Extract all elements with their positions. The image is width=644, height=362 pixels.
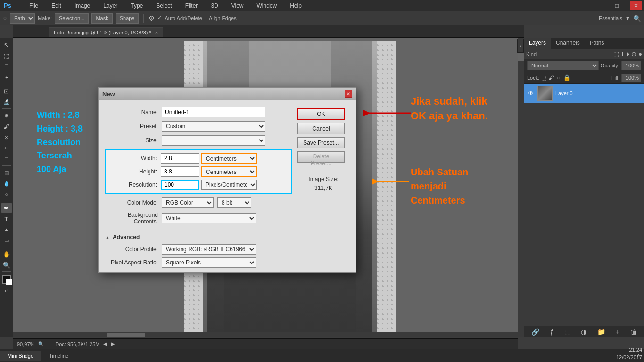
path-select-tool[interactable]: ▲ xyxy=(1,224,12,235)
close-btn[interactable]: ✕ xyxy=(630,1,642,10)
fill-input[interactable] xyxy=(621,74,641,82)
bottom-tab-timeline[interactable]: Timeline xyxy=(41,351,76,361)
type-tool[interactable]: T xyxy=(1,214,12,224)
history-brush-tool[interactable]: ↩ xyxy=(1,143,12,153)
pixel-aspect-select[interactable]: Square Pixels xyxy=(162,257,256,268)
clone-stamp-tool[interactable]: ⊗ xyxy=(1,132,12,142)
opacity-input[interactable] xyxy=(621,61,641,70)
filter-icon2[interactable]: T xyxy=(621,50,625,58)
minimize-btn[interactable]: ─ xyxy=(592,1,604,10)
width-unit-select[interactable]: Centimeters Pixels Inches Millimeters xyxy=(201,153,257,164)
shape-tool[interactable]: ▭ xyxy=(1,235,12,246)
foreground-color[interactable] xyxy=(2,275,11,284)
tab-channels[interactable]: Channels xyxy=(551,38,585,49)
search-icon[interactable]: 🔍 xyxy=(633,15,641,22)
magic-wand-tool[interactable]: ✦ xyxy=(1,72,12,82)
crop-tool[interactable]: ⊡ xyxy=(1,86,12,96)
bg-contents-select[interactable]: White Background Color Transparent xyxy=(162,213,256,223)
save-preset-button[interactable]: Save Preset... xyxy=(297,137,345,148)
horizontal-scrollbar[interactable] xyxy=(13,332,518,337)
selection-tool[interactable]: ⬚ xyxy=(1,50,12,61)
lasso-tool[interactable]: ⌒ xyxy=(1,61,12,72)
height-unit-select[interactable]: Centimeters Pixels Inches xyxy=(201,166,257,177)
mask-btn[interactable]: Mask xyxy=(91,13,112,24)
color-profile-select[interactable]: Working RGB: sRGB IEC61966-2.1 xyxy=(162,244,256,255)
eraser-tool[interactable]: ◻ xyxy=(1,154,12,164)
add-mask-icon[interactable]: ⬚ xyxy=(564,328,570,336)
menu-window[interactable]: Window xyxy=(254,1,280,10)
lock-position-icon[interactable]: ↔ xyxy=(556,74,561,81)
menu-layer[interactable]: Layer xyxy=(100,1,120,10)
layer-visibility-icon[interactable]: 👁 xyxy=(527,90,535,97)
color-mode-select[interactable]: RGB Color CMYK Color Grayscale xyxy=(162,197,214,208)
zoom-level: 90,97% xyxy=(17,341,34,347)
tab-close-btn[interactable]: × xyxy=(155,30,158,35)
name-input[interactable] xyxy=(162,107,265,117)
delete-preset-button[interactable]: Delete Preset... xyxy=(297,151,345,163)
move-tool[interactable]: ↖ xyxy=(1,40,12,50)
new-group-icon[interactable]: 📁 xyxy=(597,328,605,336)
shape-btn[interactable]: Shape xyxy=(116,13,139,24)
zoom-tool[interactable]: 🔍 xyxy=(1,260,12,270)
scroll-right-btn[interactable]: ▶ xyxy=(111,341,115,347)
size-select[interactable] xyxy=(162,135,265,146)
doc-size: Doc: 956,3K/1,25M xyxy=(55,341,99,347)
path-type-select[interactable]: Path xyxy=(10,13,35,24)
preset-select[interactable]: Custom Default Photoshop Size US Paper W… xyxy=(162,121,265,132)
restore-btn[interactable]: □ xyxy=(611,1,622,10)
lock-all-icon[interactable]: 🔒 xyxy=(563,74,570,81)
advanced-toggle[interactable]: ▲ Advanced xyxy=(105,234,292,240)
filter-icon3[interactable]: ♦ xyxy=(627,50,630,58)
dodge-tool[interactable]: ○ xyxy=(1,189,12,199)
cancel-button[interactable]: Cancel xyxy=(297,123,345,134)
menu-image[interactable]: Image xyxy=(72,1,93,10)
selection-btn[interactable]: Selection... xyxy=(55,13,89,24)
document-tab[interactable]: Foto Resmi.jpg @ 91% (Layer 0, RGB/8) * … xyxy=(49,27,163,37)
new-fill-icon[interactable]: ◑ xyxy=(581,328,586,336)
blur-tool[interactable]: 💧 xyxy=(1,178,12,189)
lock-transparent-icon[interactable]: ⬚ xyxy=(541,74,546,81)
new-layer-icon[interactable]: + xyxy=(616,328,619,336)
add-style-icon[interactable]: ƒ xyxy=(550,328,554,336)
resolution-unit-select[interactable]: Pixels/Centimeter Pixels/Inch xyxy=(201,180,257,190)
vertical-scrollbar[interactable] xyxy=(518,38,524,337)
width-input[interactable] xyxy=(161,153,199,164)
menu-filter[interactable]: Filter xyxy=(182,1,201,10)
ok-button[interactable]: OK xyxy=(297,108,345,120)
menu-view[interactable]: View xyxy=(229,1,247,10)
menu-3d[interactable]: 3D xyxy=(208,1,221,10)
gradient-tool[interactable]: ▤ xyxy=(1,167,12,178)
delete-layer-icon[interactable]: 🗑 xyxy=(630,328,637,336)
menu-file[interactable]: File xyxy=(26,1,41,10)
bit-depth-select[interactable]: 8 bit 16 bit 32 bit xyxy=(217,197,251,208)
swap-colors-btn[interactable]: ⇄ xyxy=(5,288,8,293)
dialog-close-btn[interactable]: ✕ xyxy=(345,90,352,98)
scroll-left-btn[interactable]: ◀ xyxy=(103,341,107,347)
bottom-tab-mini-bridge[interactable]: Mini Bridge xyxy=(0,351,41,361)
layer-item[interactable]: 👁 Layer 0 xyxy=(524,84,644,103)
tab-paths[interactable]: Paths xyxy=(585,38,609,49)
eyedropper-tool[interactable]: 🔬 xyxy=(1,97,12,107)
rpanel-collapse-btn[interactable]: › xyxy=(517,39,524,53)
color-mode-label: Color Mode: xyxy=(105,199,162,206)
filter-icon4[interactable]: ⊙ xyxy=(631,50,636,58)
filter-icon1[interactable]: ⬚ xyxy=(613,50,619,58)
menu-type[interactable]: Type xyxy=(128,1,146,10)
gear-icon[interactable]: ⚙ xyxy=(149,14,155,23)
spot-heal-tool[interactable]: ⊕ xyxy=(1,110,12,121)
resolution-input[interactable] xyxy=(161,180,199,190)
menu-edit[interactable]: Edit xyxy=(49,1,64,10)
menu-select[interactable]: Select xyxy=(153,1,174,10)
hand-tool[interactable]: ✋ xyxy=(1,249,12,259)
lock-image-icon[interactable]: 🖌 xyxy=(548,74,554,81)
tab-layers[interactable]: Layers xyxy=(524,38,551,49)
essentials-dropdown-icon[interactable]: ▼ xyxy=(625,16,630,21)
filter-toggle[interactable]: ● xyxy=(638,50,642,58)
height-input[interactable] xyxy=(161,166,199,177)
h-scroll-thumb[interactable] xyxy=(107,333,145,337)
link-layers-icon[interactable]: 🔗 xyxy=(531,328,539,336)
menu-help[interactable]: Help xyxy=(287,1,305,10)
brush-tool[interactable]: 🖌 xyxy=(1,121,12,132)
pen-tool[interactable]: ✒ xyxy=(1,203,12,213)
blend-mode-select[interactable]: Normal Multiply Screen xyxy=(527,61,599,70)
